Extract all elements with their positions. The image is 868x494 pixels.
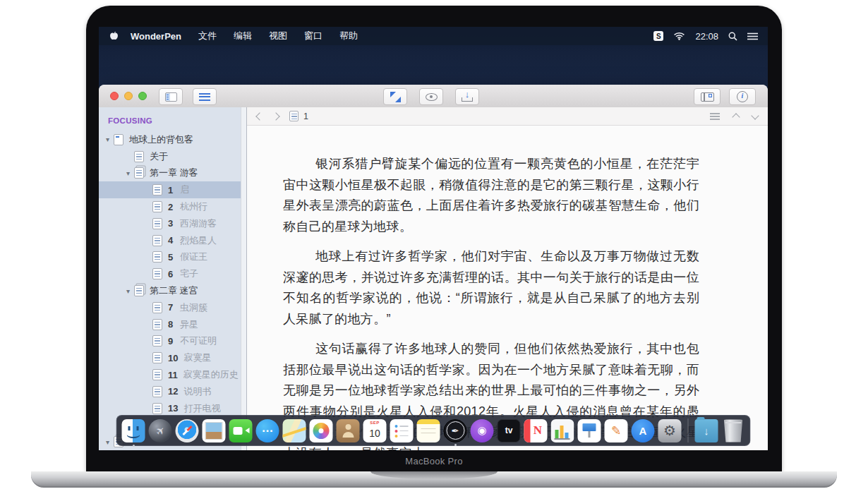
menu-file[interactable]: 文件	[198, 30, 217, 42]
export-button[interactable]	[455, 88, 479, 105]
paragraph: 银河系猎户臂旋某个偏远的位置有一颗亮黄色的小恒星，在茫茫宇宙中这颗小恒星极不起眼…	[283, 154, 699, 237]
focus-mode-button[interactable]	[419, 88, 443, 105]
item-label: 假证王	[180, 251, 207, 263]
info-icon	[737, 91, 748, 102]
sidebar-item-13[interactable]: 13打开电视	[99, 400, 246, 417]
appstore-dock-icon[interactable]: A	[632, 419, 655, 442]
clock[interactable]: 22:08	[695, 31, 718, 42]
sidebar-item-4[interactable]: 4烈焰星人	[99, 232, 246, 249]
wifi-icon[interactable]	[673, 32, 685, 40]
pages-dock-icon[interactable]	[605, 419, 628, 442]
podcasts-dock-icon[interactable]	[471, 419, 494, 442]
sidebar-item-8[interactable]: 8异星	[99, 316, 246, 333]
sidebar-item-5[interactable]: 5假证王	[99, 249, 246, 266]
mail-dock-icon[interactable]	[203, 419, 226, 442]
editor-text-area[interactable]: 银河系猎户臂旋某个偏远的位置有一颗亮黄色的小恒星，在茫茫宇宙中这颗小恒星极不起眼…	[247, 126, 768, 450]
fullscreen-button[interactable]	[383, 88, 407, 105]
sidebar-item-9[interactable]: 9不可证明	[99, 333, 246, 350]
menu-window[interactable]: 窗口	[304, 30, 323, 42]
disclosure-triangle-icon[interactable]: ▾	[102, 438, 114, 446]
disclosure-triangle-icon[interactable]: ▾	[122, 287, 134, 295]
document-icon	[152, 218, 162, 229]
trash-dock-icon[interactable]	[722, 419, 745, 442]
calendar-dock-icon[interactable]: SEP10	[363, 419, 387, 442]
menu-view[interactable]: 视图	[269, 30, 287, 42]
sidebar-scrollbar[interactable]	[241, 107, 246, 450]
news-dock-icon[interactable]: N	[524, 419, 548, 442]
sidebar-item-1[interactable]: 1启	[99, 181, 246, 198]
editor-header: 1	[247, 107, 768, 126]
disclosure-triangle-icon[interactable]: ▾	[122, 169, 134, 177]
finder-dock-icon[interactable]	[122, 419, 145, 442]
item-label: 关于	[150, 150, 168, 163]
sidebar-item-12[interactable]: 12说明书	[99, 383, 246, 400]
document-icon	[152, 369, 162, 380]
sidebar-item-7[interactable]: 7虫洞簇	[99, 299, 246, 316]
apple-menu-icon[interactable]	[109, 31, 119, 42]
maps-dock-icon[interactable]	[283, 419, 306, 442]
appletv-dock-icon[interactable]: tv	[498, 419, 521, 442]
sidebar-item-about[interactable]: 关于	[99, 148, 246, 165]
info-button[interactable]	[729, 88, 756, 105]
nav-forward-icon[interactable]	[272, 112, 279, 120]
title-bar[interactable]	[99, 85, 768, 108]
facetime-dock-icon[interactable]	[229, 419, 253, 442]
document-icon	[134, 285, 144, 296]
sidebar-item-3[interactable]: 3西湖游客	[99, 215, 246, 232]
document-icon	[152, 201, 162, 212]
item-label: 杭州行	[180, 200, 207, 213]
layout-panel-button[interactable]	[694, 88, 721, 105]
toggle-sidebar-button[interactable]	[159, 88, 183, 105]
contacts-dock-icon[interactable]	[337, 419, 360, 442]
notes-dock-icon[interactable]	[417, 419, 440, 442]
launchpad-dock-icon[interactable]	[149, 419, 172, 442]
collapse-down-icon[interactable]	[751, 112, 759, 119]
safari-dock-icon[interactable]	[176, 419, 199, 442]
disclosure-triangle-icon[interactable]: ▾	[102, 135, 114, 143]
sidebar-item-6[interactable]: 6宅子	[99, 265, 246, 282]
document-icon	[152, 386, 162, 397]
keynote-dock-icon[interactable]	[578, 419, 601, 442]
item-number: 5	[168, 252, 174, 263]
search-icon[interactable]	[728, 32, 737, 41]
messages-dock-icon[interactable]	[256, 419, 279, 442]
item-label: 不可证明	[180, 335, 217, 347]
minimize-button[interactable]	[124, 92, 133, 100]
nav-back-icon[interactable]	[255, 112, 263, 120]
document-icon	[114, 134, 123, 145]
notification-center-icon[interactable]	[747, 32, 758, 40]
menu-bar: WonderPen 文件编辑视图窗口帮助 S 22:08	[99, 27, 768, 45]
reminders-dock-icon[interactable]	[390, 419, 414, 442]
menu-help[interactable]: 帮助	[339, 30, 358, 42]
sidebar-header: FOCUSING	[99, 107, 246, 131]
toggle-notes-button[interactable]	[193, 88, 217, 105]
sidebar-item-ch2[interactable]: ▾第二章 迷宫	[99, 282, 246, 299]
item-number: 2	[168, 202, 174, 212]
document-body: 银河系猎户臂旋某个偏远的位置有一颗亮黄色的小恒星，在茫茫宇宙中这颗小恒星极不起眼…	[283, 154, 699, 450]
outline-icon[interactable]	[710, 113, 720, 120]
item-number: 13	[168, 403, 178, 414]
system-preferences-dock-icon[interactable]	[658, 419, 682, 442]
document-icon	[152, 184, 162, 195]
menu-app-name[interactable]: WonderPen	[131, 31, 181, 42]
wonderpen-window: FOCUSING ▾地球上的背包客关于▾第一章 游客1启2杭州行3西湖游客4烈焰…	[99, 85, 768, 450]
screen: WonderPen 文件编辑视图窗口帮助 S 22:08	[99, 27, 768, 450]
status-s-icon[interactable]: S	[653, 31, 663, 41]
collapse-up-icon[interactable]	[732, 113, 740, 121]
sidebar-item-11[interactable]: 11寂寞星的历史	[99, 366, 246, 383]
sidebar-item-10[interactable]: 10寂寞星	[99, 349, 246, 366]
document-icon	[152, 268, 162, 279]
sidebar-item-2[interactable]: 2杭州行	[99, 198, 246, 215]
wonderpen-dock-icon[interactable]	[444, 419, 467, 442]
sidebar-item-ch1[interactable]: ▾第一章 游客	[99, 165, 246, 182]
document-icon	[152, 403, 162, 414]
sidebar-item-root[interactable]: ▾地球上的背包客	[99, 131, 246, 148]
close-button[interactable]	[110, 92, 119, 100]
zoom-button[interactable]	[138, 92, 147, 100]
menu-edit[interactable]: 编辑	[234, 30, 252, 42]
numbers-dock-icon[interactable]	[551, 419, 574, 442]
icon-label: tv	[498, 420, 520, 442]
item-number: 3	[168, 218, 174, 229]
downloads-dock-icon[interactable]	[695, 419, 718, 442]
photos-dock-icon[interactable]	[310, 419, 333, 442]
